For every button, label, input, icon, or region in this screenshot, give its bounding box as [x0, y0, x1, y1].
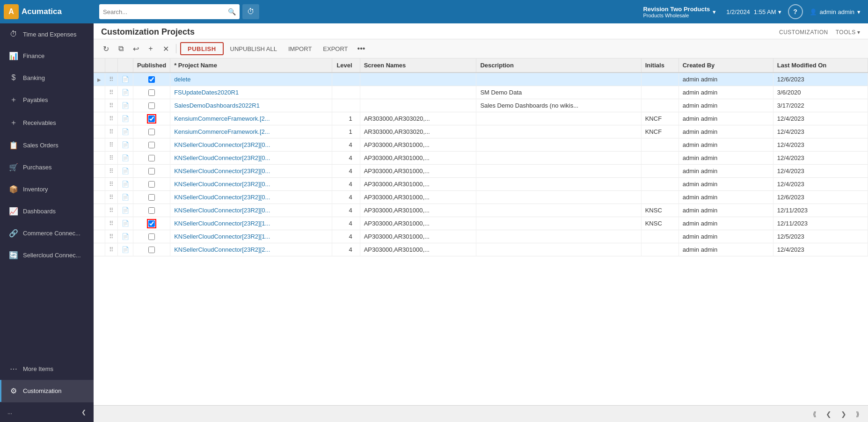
project-name-link[interactable]: KNSellerCloudConnector[23R2][0...: [174, 167, 270, 175]
project-name-link[interactable]: KNSellerCloudConnector[23R2][0...: [174, 154, 270, 161]
drag-handle-icon[interactable]: ⠿: [109, 154, 114, 161]
drag-handle-icon[interactable]: ⠿: [109, 76, 114, 83]
customization-link[interactable]: CUSTOMIZATION: [779, 29, 828, 36]
sidebar-item-sellercloud[interactable]: 🔄 Sellercloud Connec...: [0, 244, 94, 266]
file-icon[interactable]: 📄: [122, 233, 129, 240]
published-checkbox[interactable]: [148, 116, 155, 122]
drag-handle-icon[interactable]: ⠿: [109, 128, 114, 135]
file-icon[interactable]: 📄: [122, 141, 129, 148]
project-name-link[interactable]: KensiumCommerceFramework.[2...: [174, 128, 270, 135]
published-checkbox[interactable]: [148, 247, 155, 253]
project-name-link[interactable]: KNSellerCloudConnector[23R2][1...: [174, 220, 270, 227]
project-name-link[interactable]: KNSellerCloudConnector[23R2][2...: [174, 246, 270, 253]
published-checkbox[interactable]: [148, 89, 155, 96]
publish-button[interactable]: PUBLISH: [180, 42, 224, 55]
published-checkbox[interactable]: [148, 142, 155, 148]
project-name-link[interactable]: KNSellerCloudConnector[23R2][0...: [174, 141, 270, 148]
initials-cell: [641, 243, 678, 256]
drag-handle-icon[interactable]: ⠿: [109, 141, 114, 148]
page-first-button[interactable]: ⟪: [810, 409, 819, 419]
import-button[interactable]: IMPORT: [284, 42, 316, 55]
sidebar-item-more[interactable]: ⋯ More Items: [0, 358, 94, 380]
logo-icon: A: [4, 4, 19, 19]
copy-button[interactable]: ⧉: [114, 42, 127, 55]
file-icon[interactable]: 📄: [122, 167, 129, 175]
file-icon[interactable]: 📄: [122, 194, 129, 201]
sidebar-item-purchases[interactable]: 🛒 Purchases: [0, 156, 94, 178]
project-name-link[interactable]: KNSellerCloudConnector[23R2][0...: [174, 181, 270, 188]
sidebar-item-dashboards[interactable]: 📈 Dashboards: [0, 200, 94, 222]
project-name-link[interactable]: FSUpdateDates2020R1: [174, 89, 239, 96]
project-name-link[interactable]: KNSellerCloudConnector[23R2][0...: [174, 194, 270, 201]
project-name-link[interactable]: SalesDemoDashboards2022R1: [174, 102, 260, 109]
drag-handle-icon[interactable]: ⠿: [109, 233, 114, 240]
file-icon[interactable]: 📄: [122, 246, 129, 253]
project-name-link[interactable]: delete: [174, 76, 190, 83]
project-name-link[interactable]: KNSellerCloudConnector[23R2][0...: [174, 207, 270, 214]
drag-handle-icon[interactable]: ⠿: [109, 167, 114, 175]
project-name-link[interactable]: KensiumCommerceFramework.[2...: [174, 115, 270, 122]
sidebar-item-inventory[interactable]: 📦 Inventory: [0, 178, 94, 200]
drag-handle-icon[interactable]: ⠿: [109, 89, 114, 96]
delete-button[interactable]: ✕: [159, 42, 172, 55]
sidebar-item-time-expenses[interactable]: ⏱ Time and Expenses: [0, 23, 94, 45]
drag-handle-icon[interactable]: ⠿: [109, 181, 114, 188]
file-icon[interactable]: 📄: [122, 102, 129, 109]
sidebar-item-sales-orders[interactable]: 📋 Sales Orders: [0, 134, 94, 156]
search-bar[interactable]: 🔍: [99, 4, 240, 19]
published-checkbox[interactable]: [148, 220, 155, 227]
page-last-button[interactable]: ⟫: [853, 409, 862, 419]
sidebar-item-customization[interactable]: ⚙ Customization: [0, 380, 94, 402]
drag-handle-icon[interactable]: ⠿: [109, 102, 114, 109]
page-prev-button[interactable]: ❮: [823, 409, 834, 419]
sidebar-item-commerce[interactable]: 🔗 Commerce Connec...: [0, 222, 94, 244]
file-icon[interactable]: 📄: [122, 220, 129, 227]
refresh-button[interactable]: ↻: [99, 42, 112, 55]
published-checkbox[interactable]: [148, 76, 155, 83]
page-next-button[interactable]: ❯: [838, 409, 849, 419]
projects-table: Published * Project Name Level Screen Na…: [94, 58, 868, 256]
published-checkbox[interactable]: [148, 181, 155, 188]
drag-handle-icon[interactable]: ⠿: [109, 220, 114, 227]
drag-handle-icon[interactable]: ⠿: [109, 194, 114, 201]
drag-handle-icon[interactable]: ⠿: [109, 115, 114, 122]
file-icon[interactable]: 📄: [122, 115, 129, 122]
collapse-icon[interactable]: ❮: [81, 409, 86, 415]
published-checkbox[interactable]: [148, 207, 155, 214]
sidebar-item-payables[interactable]: ＋ Payables: [0, 88, 94, 111]
sidebar-item-receivables[interactable]: ＋ Receivables: [0, 111, 94, 134]
tools-link[interactable]: TOOLS ▾: [836, 29, 861, 36]
export-button[interactable]: EXPORT: [318, 42, 352, 55]
file-icon[interactable]: 📄: [122, 128, 129, 135]
row-expand-arrow[interactable]: ▶: [97, 77, 101, 82]
project-name-link[interactable]: KNSellerCloudConnector[23R2][1...: [174, 233, 270, 240]
published-checkbox[interactable]: [148, 129, 155, 135]
drag-handle-icon[interactable]: ⠿: [109, 207, 114, 214]
file-icon[interactable]: 📄: [122, 89, 129, 96]
sidebar-item-banking[interactable]: $ Banking: [0, 67, 94, 88]
tenant-selector[interactable]: Revision Two Products Products Wholesale…: [639, 4, 720, 20]
search-input[interactable]: [103, 8, 228, 15]
published-checkbox[interactable]: [148, 194, 155, 201]
page-header-links: CUSTOMIZATION TOOLS ▾: [779, 29, 861, 36]
user-menu[interactable]: 👤 admin admin ▾: [806, 7, 864, 17]
published-checkbox[interactable]: [148, 168, 155, 175]
help-button[interactable]: ?: [788, 4, 803, 19]
file-icon[interactable]: 📄: [122, 207, 129, 214]
published-checkbox[interactable]: [148, 233, 155, 240]
unpublish-all-button[interactable]: UNPUBLISH ALL: [226, 42, 282, 55]
datetime-selector[interactable]: 1/2/2024 1:55 AM ▾: [722, 7, 785, 17]
file-icon[interactable]: 📄: [122, 154, 129, 161]
file-icon[interactable]: 📄: [122, 76, 129, 83]
sidebar-item-finance[interactable]: 📊 Finance: [0, 45, 94, 67]
initials-cell: [641, 165, 678, 178]
more-actions-button[interactable]: •••: [355, 42, 368, 55]
initials-cell: [641, 138, 678, 152]
undo-button[interactable]: ↩: [129, 42, 142, 55]
file-icon[interactable]: 📄: [122, 181, 129, 188]
add-button[interactable]: +: [144, 42, 157, 55]
history-button[interactable]: ⏱: [242, 4, 259, 19]
drag-handle-icon[interactable]: ⠿: [109, 246, 114, 253]
published-checkbox[interactable]: [148, 155, 155, 161]
published-checkbox[interactable]: [148, 102, 155, 109]
